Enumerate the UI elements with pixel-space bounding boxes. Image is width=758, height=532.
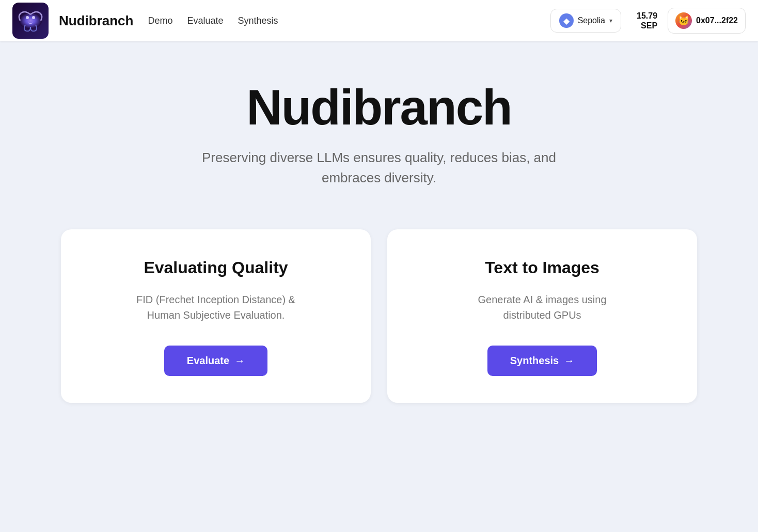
hero-subtitle: Preserving diverse LLMs ensures quality,… — [198, 148, 560, 188]
wallet-avatar: 🐱 — [675, 12, 692, 29]
navbar: Nudibranch Demo Evaluate Synthesis ◆ Sep… — [0, 0, 758, 41]
chevron-down-icon: ▾ — [609, 17, 612, 24]
nav-link-synthesis[interactable]: Synthesis — [238, 15, 278, 26]
evaluate-button[interactable]: Evaluate → — [164, 346, 267, 376]
synthesis-card-desc: Generate AI & images using distributed G… — [454, 292, 630, 323]
evaluate-button-label: Evaluate — [187, 355, 229, 367]
logo — [12, 3, 49, 39]
wallet-addr-text: 0x07...2f22 — [696, 16, 738, 25]
hero-section: Nudibranch Preserving diverse LLMs ensur… — [0, 41, 758, 219]
network-selector[interactable]: ◆ Sepolia ▾ — [550, 9, 621, 33]
wallet-address-button[interactable]: 🐱 0x07...2f22 — [668, 8, 746, 34]
wallet-balance: 15.79 SEP — [637, 11, 657, 30]
evaluate-arrow-icon: → — [234, 355, 245, 367]
nav-link-evaluate[interactable]: Evaluate — [187, 15, 223, 26]
svg-point-1 — [26, 16, 29, 19]
balance-unit: SEP — [641, 21, 657, 30]
brand-name: Nudibranch — [59, 13, 133, 29]
evaluate-card-desc: FID (Frechet Inception Distance) & Human… — [128, 292, 304, 323]
ethereum-icon: ◆ — [559, 13, 574, 28]
synthesis-arrow-icon: → — [564, 355, 574, 367]
synthesis-card: Text to Images Generate AI & images usin… — [387, 229, 697, 403]
nav-links: Demo Evaluate Synthesis — [148, 15, 278, 26]
synthesis-button-label: Synthesis — [510, 355, 559, 367]
cards-section: Evaluating Quality FID (Frechet Inceptio… — [0, 219, 758, 434]
evaluate-card-title: Evaluating Quality — [144, 258, 288, 277]
hero-title: Nudibranch — [246, 83, 511, 132]
synthesis-button[interactable]: Synthesis → — [487, 346, 597, 376]
network-label: Sepolia — [578, 16, 605, 25]
evaluate-quality-card: Evaluating Quality FID (Frechet Inceptio… — [61, 229, 371, 403]
balance-amount: 15.79 — [637, 11, 657, 21]
nav-link-demo[interactable]: Demo — [148, 15, 172, 26]
svg-point-0 — [19, 12, 42, 29]
synthesis-card-title: Text to Images — [485, 258, 599, 277]
svg-point-2 — [32, 16, 35, 19]
